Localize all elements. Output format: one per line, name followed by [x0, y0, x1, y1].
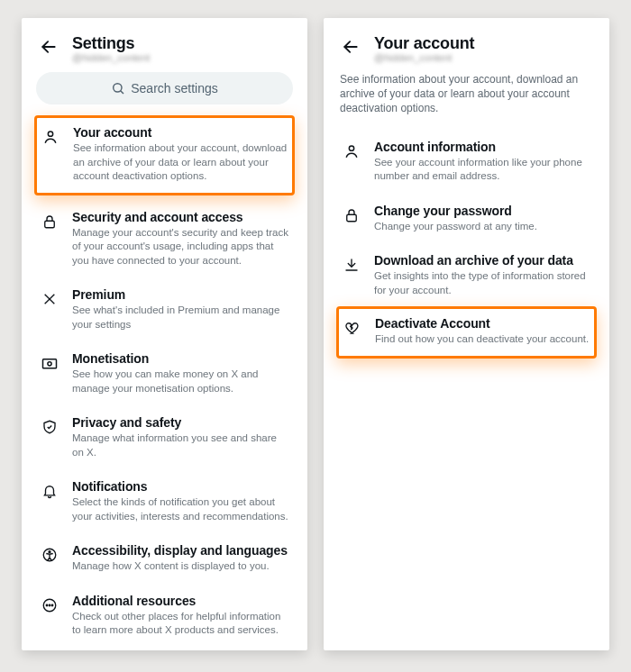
account-item-password[interactable]: Change your password Change your passwor…: [336, 195, 597, 245]
arrow-left-icon: [342, 38, 360, 56]
svg-point-12: [46, 604, 48, 606]
item-title: Your account: [73, 125, 288, 140]
svg-point-16: [349, 146, 353, 150]
item-sub: Manage what information you see and shar…: [72, 431, 289, 459]
item-title: Change your password: [374, 204, 537, 218]
accessibility-icon: [40, 545, 59, 565]
key-icon: [342, 205, 361, 225]
settings-list: Your account See information about your …: [34, 117, 295, 649]
item-sub: See how you can make money on X and mana…: [72, 368, 289, 395]
settings-item-monetisation[interactable]: Monetisation See how you can make money …: [34, 342, 295, 406]
item-sub: Check out other places for helpful infor…: [72, 610, 289, 638]
search-input[interactable]: Search settings: [36, 72, 293, 104]
item-title: Notifications: [72, 479, 289, 494]
svg-point-8: [48, 362, 51, 366]
item-sub: See information about your account, down…: [73, 141, 288, 184]
lock-icon: [40, 212, 59, 232]
item-title: Accessibility, display and languages: [72, 543, 288, 558]
account-item-information[interactable]: Account information See your account inf…: [336, 131, 597, 195]
money-icon: [40, 353, 59, 373]
search-icon: [111, 81, 125, 95]
settings-item-privacy[interactable]: Privacy and safety Manage what informati…: [34, 406, 295, 470]
item-sub: Manage how X content is displayed to you…: [72, 559, 288, 574]
svg-point-14: [51, 604, 53, 606]
account-panel: Your account @hidden_content See informa…: [324, 18, 609, 650]
settings-item-your-account[interactable]: Your account See information about your …: [34, 115, 295, 195]
settings-item-security[interactable]: Security and account access Manage your …: [34, 201, 295, 279]
item-sub: Change your password at any time.: [374, 220, 537, 234]
item-title: Account information: [374, 140, 591, 154]
item-title: Deactivate Account: [375, 316, 589, 331]
search-placeholder: Search settings: [131, 81, 218, 95]
settings-panel: Settings @hidden_content Search settings…: [22, 18, 307, 650]
svg-rect-4: [45, 221, 55, 228]
svg-rect-17: [347, 214, 357, 222]
item-sub: Select the kinds of notification you get…: [72, 495, 289, 523]
person-icon: [41, 127, 60, 147]
shield-icon: [40, 417, 59, 437]
user-handle: @hidden_content: [374, 52, 597, 63]
x-icon: [40, 289, 59, 309]
item-sub: See what's included in Premium and manag…: [72, 304, 289, 331]
svg-point-3: [48, 132, 52, 136]
bell-icon: [40, 481, 59, 501]
svg-point-13: [49, 604, 50, 606]
account-item-deactivate[interactable]: Deactivate Account Find out how you can …: [336, 306, 597, 359]
title-block: Settings @hidden_content: [72, 34, 295, 63]
user-handle: @hidden_content: [72, 52, 295, 63]
svg-point-1: [114, 84, 122, 92]
item-title: Premium: [72, 287, 289, 302]
item-title: Monetisation: [72, 351, 289, 366]
heartbreak-icon: [343, 318, 362, 338]
item-sub: See your account information like your p…: [374, 156, 591, 184]
download-icon: [342, 255, 361, 275]
item-sub: Manage your account's security and keep …: [72, 226, 289, 268]
back-button[interactable]: [38, 36, 59, 58]
page-description: See information about your account, down…: [340, 72, 593, 116]
page-title: Your account: [374, 34, 597, 53]
account-item-download[interactable]: Download an archive of your data Get ins…: [336, 244, 597, 308]
item-sub: Find out how you can deactivate your acc…: [375, 332, 589, 347]
svg-line-2: [121, 91, 123, 94]
item-title: Download an archive of your data: [374, 253, 591, 268]
person-icon: [342, 141, 361, 161]
header: Your account @hidden_content: [336, 34, 597, 63]
svg-rect-7: [43, 359, 57, 368]
settings-item-premium[interactable]: Premium See what's included in Premium a…: [34, 278, 295, 342]
item-sub: Get insights into the type of informatio…: [374, 269, 591, 297]
item-title: Security and account access: [72, 210, 289, 224]
title-block: Your account @hidden_content: [374, 34, 597, 63]
account-list: Account information See your account inf…: [336, 131, 597, 364]
svg-point-10: [49, 551, 50, 553]
item-title: Additional resources: [72, 594, 289, 608]
settings-item-additional[interactable]: Additional resources Check out other pla…: [34, 585, 295, 649]
more-icon: [40, 595, 59, 615]
item-title: Privacy and safety: [72, 415, 289, 430]
arrow-left-icon: [40, 38, 58, 56]
settings-item-accessibility[interactable]: Accessibility, display and languages Man…: [34, 534, 295, 585]
page-title: Settings: [72, 34, 295, 53]
back-button[interactable]: [340, 36, 361, 58]
settings-item-notifications[interactable]: Notifications Select the kinds of notifi…: [34, 470, 295, 534]
header: Settings @hidden_content: [34, 34, 295, 63]
